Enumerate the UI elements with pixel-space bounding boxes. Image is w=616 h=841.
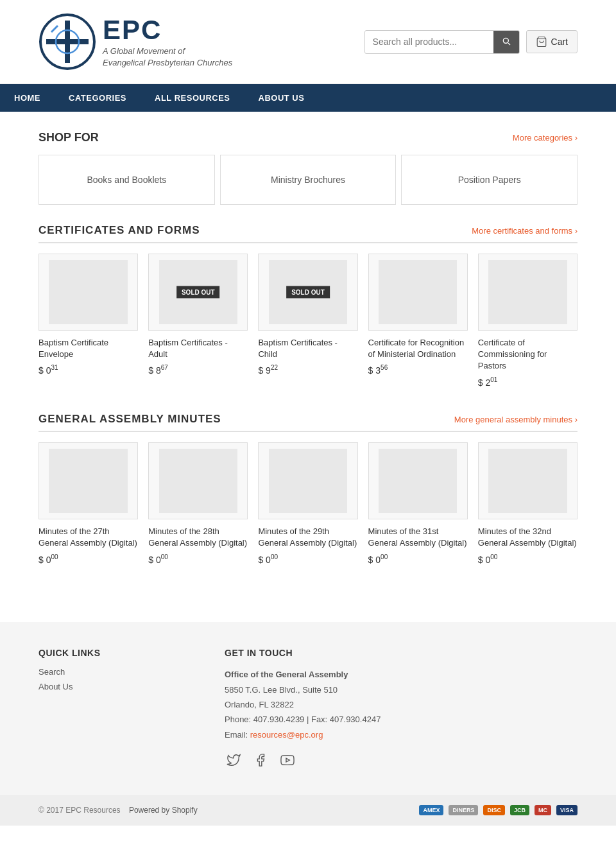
visa-icon: VISA xyxy=(556,805,578,815)
product-image xyxy=(38,442,138,519)
logo-text: EPC A Global Movement of Evangelical Pre… xyxy=(103,15,232,69)
certs-products-grid: Baptism Certificate Envelope $ 031 SOLD … xyxy=(38,254,578,387)
search-input[interactable] xyxy=(365,31,493,52)
product-price: $ 000 xyxy=(368,553,468,565)
categories-grid: Books and Booklets Ministry Brochures Po… xyxy=(38,155,578,205)
product-image xyxy=(368,442,468,519)
product-card-27th-ga[interactable]: Minutes of the 27th General Assembly (Di… xyxy=(38,442,138,564)
certs-section-header: CERTIFICATES AND FORMS More certificates… xyxy=(38,224,578,243)
product-card-commissioning[interactable]: Certificate of Commissioning for Pastors… xyxy=(478,254,578,387)
product-image xyxy=(258,442,357,519)
sold-out-badge: SOLD OUT xyxy=(176,286,220,299)
nav-all-resources[interactable]: ALL RESOURCES xyxy=(141,84,244,112)
product-image xyxy=(368,254,468,331)
org-name: Office of the General Assembly xyxy=(225,670,348,679)
diners-icon: DINERS xyxy=(449,805,478,815)
header: EPC A Global Movement of Evangelical Pre… xyxy=(0,0,616,84)
product-card-baptism-adult[interactable]: SOLD OUT Baptism Certificates - Adult $ … xyxy=(148,254,248,387)
discover-icon: DISC xyxy=(483,805,505,815)
address-2: Orlando, FL 32822 xyxy=(225,700,294,709)
product-image: SOLD OUT xyxy=(148,254,248,331)
nav-categories[interactable]: CATEGORIES xyxy=(55,84,141,112)
product-card-recognition[interactable]: Certificate for Recognition of Ministeri… xyxy=(368,254,468,387)
amex-icon: AMEX xyxy=(419,805,443,815)
email-link[interactable]: resources@epc.org xyxy=(250,730,323,740)
payment-icons: AMEX DINERS DISC JCB MC VISA xyxy=(419,805,578,815)
facebook-icon[interactable] xyxy=(252,751,270,769)
product-card-28th-ga[interactable]: Minutes of the 28th General Assembly (Di… xyxy=(148,442,248,564)
email-label: Email: xyxy=(225,730,250,740)
assembly-section: GENERAL ASSEMBLY MINUTES More general as… xyxy=(38,413,578,564)
search-button[interactable] xyxy=(493,31,519,53)
main-content: SHOP FOR More categories › Books and Boo… xyxy=(0,112,616,609)
product-name: Certificate for Recognition of Ministeri… xyxy=(368,337,468,360)
product-price: $ 000 xyxy=(148,553,248,565)
product-image xyxy=(38,254,138,331)
product-name: Minutes of the 29th General Assembly (Di… xyxy=(258,526,357,549)
product-img-inner xyxy=(488,260,567,324)
product-card-baptism-envelope[interactable]: Baptism Certificate Envelope $ 031 xyxy=(38,254,138,387)
product-price: $ 356 xyxy=(368,364,468,376)
footer-quick-links: QUICK LINKS Search About Us xyxy=(38,648,205,769)
footer-link-about[interactable]: About Us xyxy=(38,682,205,691)
footer-bottom: © 2017 EPC Resources Powered by Shopify … xyxy=(0,795,616,826)
product-image xyxy=(478,442,578,519)
sold-out-badge: SOLD OUT xyxy=(286,286,330,299)
cart-button[interactable]: Cart xyxy=(526,30,578,53)
copyright: © 2017 EPC Resources xyxy=(38,806,121,815)
nav-home[interactable]: HOME xyxy=(0,84,55,112)
epc-logo-icon xyxy=(38,13,96,71)
logo-epc: EPC xyxy=(103,15,232,46)
footer-col-empty xyxy=(411,648,578,769)
product-image: SOLD OUT xyxy=(258,254,357,331)
assembly-section-header: GENERAL ASSEMBLY MINUTES More general as… xyxy=(38,413,578,432)
product-name: Minutes of the 32nd General Assembly (Di… xyxy=(478,526,578,549)
product-name: Baptism Certificates - Child xyxy=(258,337,357,360)
category-card-papers[interactable]: Position Papers xyxy=(401,155,578,205)
phone: Phone: 407.930.4239 | Fax: 407.930.4247 xyxy=(225,715,381,724)
assembly-products-grid: Minutes of the 27th General Assembly (Di… xyxy=(38,442,578,564)
social-icons xyxy=(225,751,391,769)
product-name: Minutes of the 27th General Assembly (Di… xyxy=(38,526,138,549)
product-name: Minutes of the 31st General Assembly (Di… xyxy=(368,526,468,549)
product-card-29th-ga[interactable]: Minutes of the 29th General Assembly (Di… xyxy=(258,442,357,564)
category-card-brochures[interactable]: Ministry Brochures xyxy=(220,155,397,205)
logo-area: EPC A Global Movement of Evangelical Pre… xyxy=(38,13,232,71)
more-assembly-link[interactable]: More general assembly minutes › xyxy=(454,415,578,424)
youtube-icon[interactable] xyxy=(278,751,296,769)
product-price: $ 867 xyxy=(148,364,248,376)
product-card-baptism-child[interactable]: SOLD OUT Baptism Certificates - Child $ … xyxy=(258,254,357,387)
footer-contact: GET IN TOUCH Office of the General Assem… xyxy=(225,648,391,769)
footer-link-search[interactable]: Search xyxy=(38,667,205,677)
footer-top: QUICK LINKS Search About Us GET IN TOUCH… xyxy=(0,622,616,795)
product-name: Baptism Certificate Envelope xyxy=(38,337,138,360)
product-price: $ 000 xyxy=(38,553,138,565)
main-nav: HOME CATEGORIES ALL RESOURCES ABOUT US xyxy=(0,84,616,112)
more-categories-link[interactable]: More categories › xyxy=(513,133,578,143)
category-card-books[interactable]: Books and Booklets xyxy=(38,155,215,205)
shop-for-title: SHOP FOR xyxy=(38,131,99,144)
product-price: $ 000 xyxy=(258,553,357,565)
nav-about-us[interactable]: ABOUT US xyxy=(244,84,319,112)
search-icon xyxy=(501,36,511,46)
footer-bottom-left: © 2017 EPC Resources Powered by Shopify xyxy=(38,806,198,815)
assembly-section-title: GENERAL ASSEMBLY MINUTES xyxy=(38,413,221,426)
product-name: Baptism Certificates - Adult xyxy=(148,337,248,360)
footer: QUICK LINKS Search About Us GET IN TOUCH… xyxy=(0,622,616,826)
search-form[interactable] xyxy=(364,30,520,54)
shop-for-header: SHOP FOR More categories › xyxy=(38,131,578,144)
product-image xyxy=(478,254,578,331)
product-card-32nd-ga[interactable]: Minutes of the 32nd General Assembly (Di… xyxy=(478,442,578,564)
twitter-icon[interactable] xyxy=(225,751,243,769)
product-img-inner xyxy=(49,449,128,513)
more-certs-link[interactable]: More certificates and forms › xyxy=(472,226,578,236)
product-name: Certificate of Commissioning for Pastors xyxy=(478,337,578,372)
powered-by-link[interactable]: Powered by Shopify xyxy=(129,806,198,815)
address-1: 5850 T.G. Lee Blvd., Suite 510 xyxy=(225,685,338,695)
svg-marker-6 xyxy=(286,758,289,762)
product-img-inner xyxy=(159,449,238,513)
product-card-31st-ga[interactable]: Minutes of the 31st General Assembly (Di… xyxy=(368,442,468,564)
product-price: $ 000 xyxy=(478,553,578,565)
svg-line-4 xyxy=(51,26,58,32)
product-price: $ 922 xyxy=(258,364,357,376)
